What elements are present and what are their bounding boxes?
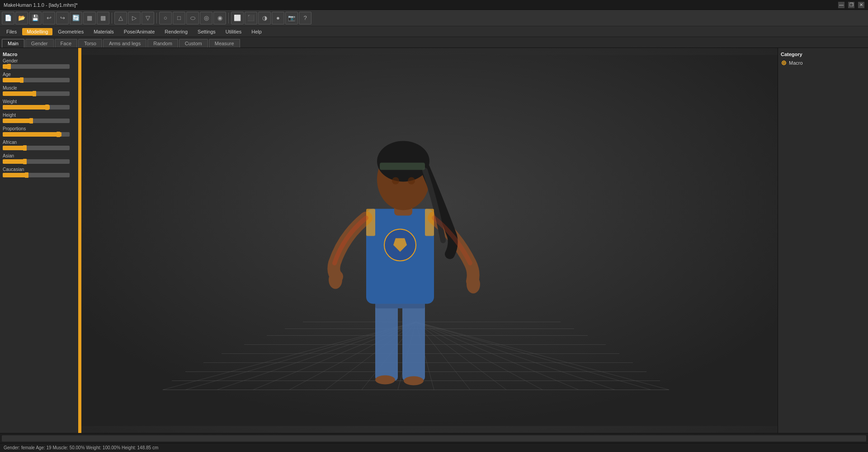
slider-track-weight[interactable] xyxy=(3,105,70,109)
menu-item-rendering[interactable]: Rendering xyxy=(160,28,192,35)
slider-group-african: African xyxy=(2,139,76,150)
transform3-button[interactable]: ▽ xyxy=(142,12,154,24)
undo-button[interactable]: ↩ xyxy=(42,12,55,24)
slider-thumb-gender[interactable] xyxy=(7,64,11,69)
menu-item-materials[interactable]: Materials xyxy=(89,28,118,35)
slider-thumb-asian[interactable] xyxy=(23,159,27,164)
tab-main[interactable]: Main xyxy=(2,39,24,48)
new-file-button[interactable]: 📄 xyxy=(2,12,14,24)
transform1-button[interactable]: △ xyxy=(114,12,127,24)
horizontal-scrollbar[interactable] xyxy=(2,435,866,442)
blob-button[interactable]: ◉ xyxy=(213,12,226,24)
svg-rect-42 xyxy=(425,209,434,236)
slider-track-gender[interactable] xyxy=(3,64,70,69)
left-panel-wrapper: Macro GenderAgeMuscleWeightHeightProport… xyxy=(0,48,81,433)
slider-thumb-caucasian[interactable] xyxy=(25,172,28,178)
category-item-macro[interactable]: Macro xyxy=(780,59,866,67)
slider-track-asian[interactable] xyxy=(3,159,70,164)
maximize-button[interactable]: ❐ xyxy=(848,2,854,8)
slider-label-height: Height xyxy=(2,112,76,118)
category-items: Macro xyxy=(780,59,866,67)
transform2-button[interactable]: ▷ xyxy=(128,12,141,24)
slider-thumb-weight[interactable] xyxy=(45,105,49,110)
menu-item-pose-animate[interactable]: Pose/Animate xyxy=(119,28,159,35)
slider-track-proportions[interactable] xyxy=(3,132,70,137)
tab-arms-and-legs[interactable]: Arms and legs xyxy=(103,39,146,48)
menu-item-geometries[interactable]: Geometries xyxy=(53,28,88,35)
category-label-macro: Macro xyxy=(789,60,803,66)
slider-fill-muscle xyxy=(3,91,36,96)
slider-track-caucasian[interactable] xyxy=(3,173,70,177)
slider-label-african: African xyxy=(2,139,76,145)
viewport-svg xyxy=(81,48,778,433)
menu-item-help[interactable]: Help xyxy=(247,28,266,35)
cube-button[interactable]: □ xyxy=(173,12,185,24)
cam3-button[interactable]: ◑ xyxy=(258,12,271,24)
sphere-button[interactable]: ○ xyxy=(159,12,172,24)
svg-point-39 xyxy=(392,177,399,185)
svg-rect-38 xyxy=(380,163,425,170)
save-file-button[interactable]: 💾 xyxy=(29,12,42,24)
tab-measure[interactable]: Measure xyxy=(209,39,240,48)
cam1-button[interactable]: ⬜ xyxy=(231,12,244,24)
tab-torso[interactable]: Torso xyxy=(78,39,102,48)
reset-button[interactable]: 🔄 xyxy=(70,12,82,24)
slider-group-asian: Asian xyxy=(2,153,76,164)
open-file-button[interactable]: 📂 xyxy=(15,12,28,24)
slider-group-age: Age xyxy=(2,71,76,82)
slider-track-age[interactable] xyxy=(3,78,70,82)
slider-track-height[interactable] xyxy=(3,119,70,123)
torus-button[interactable]: ◎ xyxy=(200,12,212,24)
camera-button[interactable]: 📷 xyxy=(285,12,298,24)
grid-large-button[interactable]: ▩ xyxy=(97,12,109,24)
slider-label-age: Age xyxy=(2,71,76,77)
close-button[interactable]: ✕ xyxy=(858,2,864,8)
slider-thumb-age[interactable] xyxy=(20,77,24,83)
slider-thumb-muscle[interactable] xyxy=(33,91,36,96)
help-button[interactable]: ? xyxy=(299,12,311,24)
grid-small-button[interactable]: ▦ xyxy=(83,12,96,24)
slider-label-muscle: Muscle xyxy=(2,85,76,91)
slider-track-muscle[interactable] xyxy=(3,91,70,96)
slider-track-african[interactable] xyxy=(3,146,70,150)
menu-item-files[interactable]: Files xyxy=(2,28,21,35)
sep2-separator xyxy=(156,13,157,24)
main-layout: Macro GenderAgeMuscleWeightHeightProport… xyxy=(0,48,868,433)
viewport[interactable] xyxy=(81,48,778,433)
slider-group-caucasian: Caucasian xyxy=(2,167,76,177)
svg-point-40 xyxy=(408,177,415,185)
redo-button[interactable]: ↪ xyxy=(56,12,69,24)
menu-item-settings[interactable]: Settings xyxy=(193,28,220,35)
svg-point-37 xyxy=(377,141,429,182)
slider-group-gender: Gender xyxy=(2,58,76,69)
toolbar: 📄📂💾↩↪🔄▦▩△▷▽○□⬭◎◉⬜⬛◑●📷? xyxy=(0,10,868,26)
svg-rect-27 xyxy=(402,300,425,381)
tab-custom[interactable]: Custom xyxy=(179,39,208,48)
cam2-button[interactable]: ⬛ xyxy=(245,12,257,24)
slider-label-proportions: Proportions xyxy=(2,126,76,132)
slider-fill-proportions xyxy=(3,132,61,137)
titlebar: MakeHuman 1.1.0 - [lady1.mhm]* — ❐ ✕ xyxy=(0,0,868,10)
tab-gender[interactable]: Gender xyxy=(25,39,54,48)
cylinder-button[interactable]: ⬭ xyxy=(186,12,199,24)
slider-fill-weight xyxy=(3,105,50,109)
tab-face[interactable]: Face xyxy=(55,39,77,48)
menu-item-modelling[interactable]: Modelling xyxy=(22,28,52,35)
svg-point-30 xyxy=(404,376,424,385)
slider-label-asian: Asian xyxy=(2,153,76,159)
slider-group-muscle: Muscle xyxy=(2,85,76,96)
slider-thumb-proportions[interactable] xyxy=(57,132,60,137)
slider-thumb-height[interactable] xyxy=(29,118,33,124)
svg-point-29 xyxy=(375,376,395,385)
status-text: Gender: female Age: 19 Muscle: 50.00% We… xyxy=(4,445,158,450)
tab-random[interactable]: Random xyxy=(147,39,178,48)
left-panel: Macro GenderAgeMuscleWeightHeightProport… xyxy=(0,48,79,433)
svg-rect-26 xyxy=(375,300,398,381)
sep1-separator xyxy=(112,13,112,24)
cam4-button[interactable]: ● xyxy=(272,12,284,24)
menu-item-utilities[interactable]: Utilities xyxy=(221,28,246,35)
minimize-button[interactable]: — xyxy=(838,2,844,8)
slider-thumb-african[interactable] xyxy=(23,145,27,151)
statusbar: Gender: female Age: 19 Muscle: 50.00% We… xyxy=(0,443,868,452)
svg-rect-41 xyxy=(366,209,375,236)
